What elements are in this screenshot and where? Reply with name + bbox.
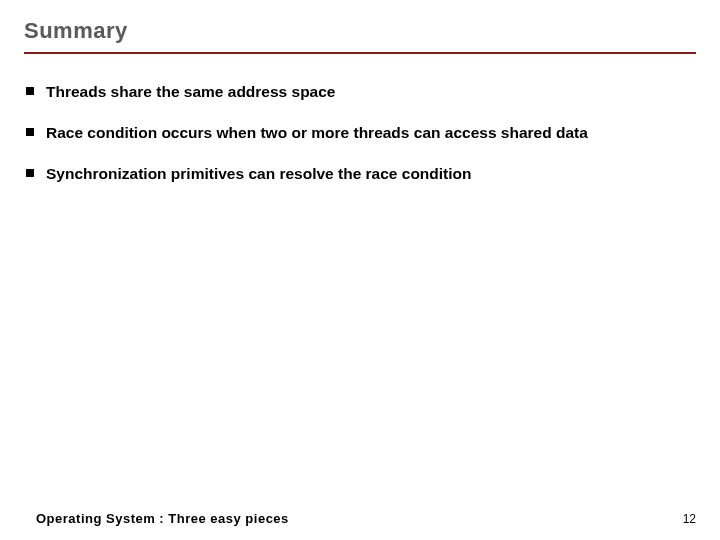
title-underline: [24, 52, 696, 54]
bullet-item: Threads share the same address space: [24, 82, 696, 103]
bullet-item: Race condition occurs when two or more t…: [24, 123, 696, 144]
page-number: 12: [683, 512, 696, 526]
slide: Summary Threads share the same address s…: [0, 0, 720, 540]
slide-footer: Operating System : Three easy pieces 12: [36, 511, 696, 526]
bullet-item: Synchronization primitives can resolve t…: [24, 164, 696, 185]
slide-title: Summary: [24, 18, 696, 44]
footer-text: Operating System : Three easy pieces: [36, 511, 289, 526]
bullet-list: Threads share the same address space Rac…: [24, 82, 696, 185]
